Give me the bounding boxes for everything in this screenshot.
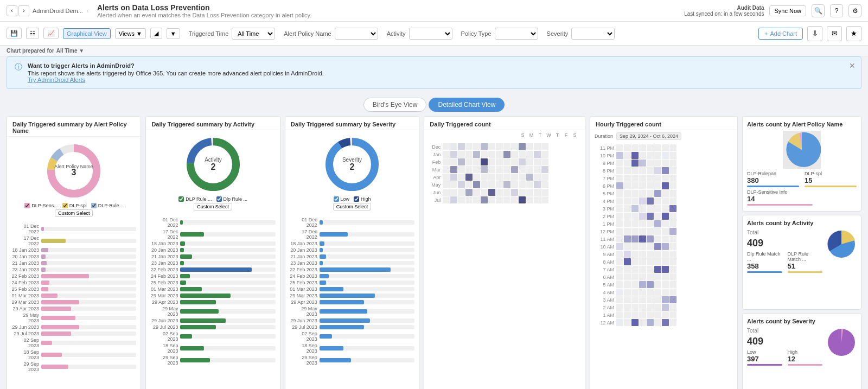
legend-check-1[interactable] bbox=[24, 203, 30, 208]
hourly-cell[interactable] bbox=[616, 243, 623, 250]
hourly-cell[interactable] bbox=[647, 175, 654, 182]
hourly-cell[interactable] bbox=[639, 266, 646, 273]
heatmap-cell[interactable] bbox=[450, 166, 457, 173]
heatmap-cell[interactable] bbox=[526, 174, 533, 181]
heatmap-cell[interactable] bbox=[503, 158, 510, 165]
heatmap-cell[interactable] bbox=[473, 196, 480, 203]
hourly-cell[interactable] bbox=[647, 304, 654, 311]
hourly-cell[interactable] bbox=[662, 205, 669, 212]
filter-btn[interactable]: ◢ bbox=[150, 28, 162, 39]
hourly-cell[interactable] bbox=[647, 190, 654, 197]
heatmap-cell[interactable] bbox=[458, 166, 465, 173]
hourly-cell[interactable] bbox=[631, 205, 639, 212]
hourly-cell[interactable] bbox=[662, 190, 669, 197]
birds-eye-tab[interactable]: Bird's Eye View bbox=[363, 98, 427, 112]
heatmap-cell[interactable] bbox=[458, 189, 465, 196]
heatmap-cell[interactable] bbox=[519, 166, 526, 173]
hourly-cell[interactable] bbox=[669, 205, 676, 212]
hourly-cell[interactable] bbox=[669, 182, 676, 189]
heatmap-cell[interactable] bbox=[541, 166, 548, 173]
hourly-cell[interactable] bbox=[669, 319, 676, 326]
hourly-cell[interactable] bbox=[624, 175, 631, 182]
heatmap-cell[interactable] bbox=[534, 143, 541, 150]
hourly-cell[interactable] bbox=[616, 167, 623, 174]
hourly-cell[interactable] bbox=[624, 266, 631, 273]
hourly-cell[interactable] bbox=[624, 167, 631, 174]
hourly-cell[interactable] bbox=[616, 235, 623, 243]
hourly-cell[interactable] bbox=[616, 296, 623, 303]
hourly-cell[interactable] bbox=[616, 182, 623, 189]
heatmap-cell[interactable] bbox=[450, 189, 457, 196]
hourly-cell[interactable] bbox=[624, 235, 631, 243]
hourly-cell[interactable] bbox=[669, 144, 676, 151]
hourly-cell[interactable] bbox=[669, 197, 676, 205]
custom-select-btn-2[interactable]: Custom Select bbox=[194, 203, 232, 211]
heatmap-cell[interactable] bbox=[503, 181, 510, 188]
filter-more-btn[interactable]: ▼ bbox=[167, 28, 180, 39]
hourly-cell[interactable] bbox=[624, 205, 631, 212]
hourly-cell[interactable] bbox=[639, 152, 646, 159]
hourly-cell[interactable] bbox=[631, 197, 639, 205]
heatmap-cell[interactable] bbox=[465, 143, 473, 150]
hourly-cell[interactable] bbox=[647, 152, 654, 159]
heatmap-cell[interactable] bbox=[534, 181, 541, 188]
hourly-cell[interactable] bbox=[647, 243, 654, 250]
hourly-cell[interactable] bbox=[669, 281, 676, 288]
heatmap-cell[interactable] bbox=[488, 143, 495, 150]
heatmap-cell[interactable] bbox=[511, 143, 518, 150]
hourly-cell[interactable] bbox=[624, 160, 631, 167]
hourly-cell[interactable] bbox=[631, 152, 639, 159]
heatmap-cell[interactable] bbox=[519, 189, 526, 196]
heatmap-cell[interactable] bbox=[534, 166, 541, 173]
heatmap-cell[interactable] bbox=[465, 196, 473, 203]
heatmap-cell[interactable] bbox=[481, 181, 488, 188]
hourly-cell[interactable] bbox=[639, 175, 646, 182]
legend-sev-check-1[interactable] bbox=[334, 196, 339, 202]
hourly-cell[interactable] bbox=[647, 228, 654, 235]
hourly-cell[interactable] bbox=[647, 182, 654, 189]
heatmap-cell[interactable] bbox=[526, 196, 533, 203]
hourly-cell[interactable] bbox=[639, 258, 646, 265]
hourly-cell[interactable] bbox=[624, 258, 631, 265]
hourly-cell[interactable] bbox=[669, 235, 676, 243]
chart-info-value[interactable]: All Time ▼ bbox=[56, 48, 84, 54]
download-btn[interactable]: ⇩ bbox=[807, 26, 822, 41]
hourly-cell[interactable] bbox=[647, 205, 654, 212]
hourly-cell[interactable] bbox=[662, 266, 669, 273]
nav-back-btn[interactable]: ‹ bbox=[7, 5, 17, 16]
heatmap-cell[interactable] bbox=[481, 158, 488, 165]
hourly-cell[interactable] bbox=[616, 273, 623, 280]
hourly-cell[interactable] bbox=[669, 243, 676, 250]
heatmap-cell[interactable] bbox=[473, 189, 480, 196]
hourly-cell[interactable] bbox=[631, 319, 639, 326]
heatmap-cell[interactable] bbox=[496, 181, 503, 188]
heatmap-cell[interactable] bbox=[526, 151, 533, 158]
hourly-cell[interactable] bbox=[669, 167, 676, 174]
heatmap-cell[interactable] bbox=[526, 158, 533, 165]
heatmap-cell[interactable] bbox=[496, 158, 503, 165]
add-chart-btn[interactable]: + Add Chart bbox=[758, 28, 803, 40]
hourly-cell[interactable] bbox=[662, 304, 669, 311]
hourly-cell[interactable] bbox=[669, 304, 676, 311]
heatmap-cell[interactable] bbox=[541, 196, 548, 203]
heatmap-cell[interactable] bbox=[496, 196, 503, 203]
hourly-cell[interactable] bbox=[639, 167, 646, 174]
hourly-cell[interactable] bbox=[624, 281, 631, 288]
hourly-cell[interactable] bbox=[616, 281, 623, 288]
export-icon-btn[interactable]: 💾 bbox=[7, 28, 22, 39]
heatmap-cell[interactable] bbox=[496, 143, 503, 150]
hourly-cell[interactable] bbox=[654, 152, 661, 159]
hourly-cell[interactable] bbox=[669, 220, 676, 227]
hourly-cell[interactable] bbox=[662, 289, 669, 296]
custom-select-btn-3[interactable]: Custom Select bbox=[333, 203, 372, 211]
hourly-cell[interactable] bbox=[616, 289, 623, 296]
hourly-cell[interactable] bbox=[639, 182, 646, 189]
hourly-cell[interactable] bbox=[662, 273, 669, 280]
hourly-cell[interactable] bbox=[616, 197, 623, 205]
heatmap-cell[interactable] bbox=[473, 158, 480, 165]
heatmap-cell[interactable] bbox=[511, 166, 518, 173]
hourly-cell[interactable] bbox=[654, 243, 661, 250]
hourly-cell[interactable] bbox=[662, 213, 669, 220]
heatmap-cell[interactable] bbox=[526, 166, 533, 173]
hourly-cell[interactable] bbox=[654, 167, 661, 174]
